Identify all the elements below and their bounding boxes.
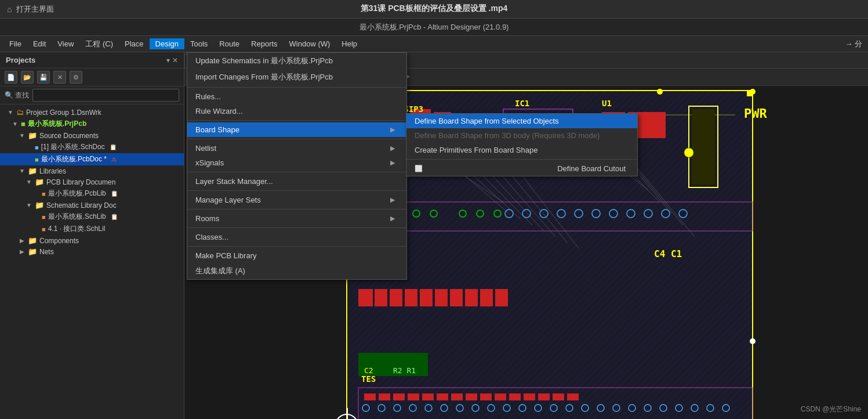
sidebar-toolbar: 📄 📂 💾 ✕ ⚙	[0, 68, 184, 86]
tree-item-project-group[interactable]: ▼ 🗂 Project Group 1.DsnWrk	[0, 107, 184, 118]
schlib-label: 最小系统板.SchLib	[48, 212, 106, 222]
menu-netlist[interactable]: Netlist ▶	[187, 141, 406, 156]
video-title: 第31课 PCB板框的评估及叠层设置 .mp4	[361, 3, 508, 14]
tree-item-sch-lib-doc[interactable]: ▼ 📁 Schematic Library Doc	[0, 200, 184, 211]
svg-text:IC1: IC1	[515, 99, 529, 108]
menu-shengcheng[interactable]: 生成集成库 (A)	[187, 263, 406, 279]
sch-lib-doc-icon: 📁	[35, 201, 44, 210]
search-box: 🔍 查找	[0, 86, 184, 104]
menu-define-cutout[interactable]: ⬜ Define Board Cutout	[406, 161, 637, 176]
tree-item-pcblib[interactable]: ▷ ■ 最小系统板.PcbLib 📋	[0, 187, 184, 200]
libraries-label: Libraries	[39, 167, 66, 175]
tb-save-icon[interactable]: 💾	[37, 71, 50, 84]
expand-arrow: ▼	[7, 109, 14, 115]
project-group-label: Project Group 1.DsnWrk	[26, 109, 101, 117]
menu-board-shape[interactable]: Board Shape ▶	[187, 122, 406, 137]
define-cutout-label: Define Board Cutout	[557, 164, 626, 173]
expand-arrow-pcblib: ▼	[26, 179, 32, 185]
make-pcblib-label: Make PCB Library	[195, 251, 256, 260]
menu-rules[interactable]: Rules...	[187, 89, 406, 104]
menu-classes[interactable]: Classes...	[187, 230, 406, 244]
svg-rect-66	[393, 393, 405, 400]
menu-reports[interactable]: Reports	[245, 38, 284, 49]
tb-open-icon[interactable]: 📂	[21, 71, 34, 84]
svg-text:U1: U1	[602, 99, 612, 108]
svg-text:C2: C2	[364, 366, 373, 375]
app-title: 最小系统板.PrjPcb - Altium Designer (21.0.9)	[359, 22, 509, 32]
menu-route[interactable]: Route	[213, 38, 245, 49]
svg-rect-72	[480, 393, 492, 400]
menu-define-from-selected[interactable]: Define Board Shape from Selected Objects	[406, 114, 637, 128]
xsignals-label: xSignals	[195, 158, 224, 167]
tree-item-nets[interactable]: ▶ 📁 Nets	[0, 246, 184, 257]
sidebar-close-icon[interactable]: ✕	[172, 56, 178, 64]
menu-rooms[interactable]: Rooms ▶	[187, 211, 406, 226]
menu-gongcheng[interactable]: 工程 (C)	[79, 38, 119, 50]
sch-lib-doc-label: Schematic Library Doc	[46, 201, 117, 210]
tree-item-source-docs[interactable]: ▼ 📁 Source Documents	[0, 130, 184, 141]
tb-new-icon[interactable]: 📄	[5, 71, 17, 84]
sidebar: Projects ▾ ✕ 📄 📂 💾 ✕ ⚙ 🔍 查找 ▼ 🗂 Project …	[0, 52, 184, 419]
menu-make-pcblib[interactable]: Make PCB Library	[187, 248, 406, 263]
expand-arrow-libs: ▼	[19, 168, 26, 174]
svg-rect-110	[465, 289, 478, 306]
sidebar-controls: ▾ ✕	[166, 56, 178, 64]
menu-xsignals[interactable]: xSignals ▶	[187, 156, 406, 170]
svg-rect-70	[451, 393, 463, 400]
svg-rect-130	[747, 91, 753, 96]
menu-file[interactable]: File	[3, 38, 27, 49]
pcbdoc-warning-icon: ⚠	[111, 156, 117, 162]
netlist-label: Netlist	[195, 144, 216, 153]
pcb-lib-doc-label: PCB Library Documen	[46, 178, 115, 186]
sidebar-header: Projects ▾ ✕	[0, 52, 184, 68]
tb-settings-icon[interactable]: ⚙	[70, 71, 82, 84]
tb-close-icon[interactable]: ✕	[53, 71, 66, 84]
menu-layer-stack[interactable]: Layer Stack Manager...	[187, 174, 406, 189]
menu-sep8	[187, 246, 406, 247]
tree-item-components[interactable]: ▶ 📁 Components	[0, 235, 184, 246]
menu-rule-wizard[interactable]: Rule Wizard...	[187, 104, 406, 118]
menu-sep4	[187, 172, 406, 172]
tree-item-pcb-lib-doc[interactable]: ▼ 📁 PCB Library Documen	[0, 176, 184, 187]
svg-rect-104	[375, 289, 387, 306]
svg-rect-109	[450, 289, 463, 306]
svg-rect-106	[405, 289, 417, 306]
tree-item-schdoc[interactable]: ▷ ■ [1] 最小系统.SchDoc 📋	[0, 141, 184, 153]
menu-import-changes[interactable]: Import Changes From 最小系统板.PrjPcb	[187, 69, 406, 85]
menu-help[interactable]: Help	[336, 38, 363, 49]
tree-item-schlib[interactable]: ▷ ■ 最小系统板.SchLib 📋	[0, 211, 184, 223]
tree-item-pcbdoc[interactable]: ▷ ■ 最小系统板.PcbDoc * ⚠	[0, 153, 184, 165]
expand-arrow-nets: ▶	[19, 248, 26, 255]
rooms-arrow: ▶	[390, 215, 395, 222]
tree-item-prjpcb[interactable]: ▼ ■ 最小系统板.PrjPcb	[0, 118, 184, 130]
search-input[interactable]	[32, 89, 179, 102]
crosshair-circle	[335, 414, 358, 419]
svg-point-29	[684, 148, 693, 157]
menu-edit[interactable]: Edit	[27, 38, 52, 49]
menu-manage-layers[interactable]: Manage Layer Sets ▶	[187, 193, 406, 207]
menu-create-primitives[interactable]: Create Primitives From Board Shape	[406, 143, 637, 157]
svg-rect-27	[692, 109, 715, 185]
svg-rect-67	[408, 393, 419, 400]
menu-tools[interactable]: Tools	[184, 38, 213, 49]
rule-wizard-label: Rule Wizard...	[195, 107, 243, 115]
home-button-label[interactable]: 打开主界面	[16, 4, 54, 15]
menu-share[interactable]: → 分	[839, 38, 868, 50]
design-dropdown-menu: Update Schematics in 最小系统板.PrjPcb Import…	[187, 52, 407, 280]
menu-place[interactable]: Place	[119, 38, 150, 49]
project-group-icon: 🗂	[16, 108, 24, 117]
schlib-note-icon: 📋	[111, 214, 118, 220]
svg-rect-71	[466, 393, 477, 400]
menu-sep7	[187, 227, 406, 228]
menu-sep6	[187, 209, 406, 210]
menu-view[interactable]: View	[52, 38, 79, 49]
pcbdoc-icon: ■	[35, 156, 39, 163]
menu-update-sch[interactable]: Update Schematics in 最小系统板.PrjPcb	[187, 53, 406, 69]
tree-item-jiekou[interactable]: ▷ ■ 4.1 · 接口类.SchLil	[0, 223, 184, 235]
tree-item-libraries[interactable]: ▼ 📁 Libraries	[0, 165, 184, 176]
classes-label: Classes...	[195, 233, 228, 241]
sidebar-pin-icon[interactable]: ▾	[166, 56, 170, 64]
menu-design[interactable]: Design	[150, 38, 184, 49]
update-sch-label: Update Schematics in 最小系统板.PrjPcb	[195, 56, 333, 66]
menu-window[interactable]: Window (W)	[284, 38, 336, 49]
